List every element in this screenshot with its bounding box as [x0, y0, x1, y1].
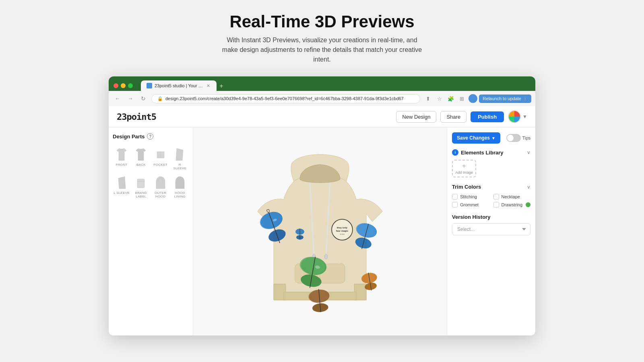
trim-options: Stitching Necktape Grommet Drawstri [452, 194, 530, 208]
active-tab[interactable]: 23point5 studio | Your Fashio... ✕ [141, 80, 217, 91]
elements-collapse-icon: ∨ [527, 150, 530, 155]
avatar-area[interactable]: ▼ [508, 110, 527, 123]
relaunch-dropdown-icon: ⋮ [523, 96, 527, 101]
necktape-label: Necktape [502, 194, 520, 199]
relaunch-label: Relaunch to update [483, 96, 521, 101]
part-rsleeve-label: R SLEEVE [172, 163, 188, 170]
save-changes-bar: Save Changes ▼ Tips [452, 132, 530, 144]
app-content: 23point5 New Design Share Publish ▼ Desi… [109, 106, 535, 335]
tips-toggle[interactable]: Tips [506, 134, 530, 142]
lock-icon: 🔒 [157, 96, 163, 101]
browser-chrome: 23point5 studio | Your Fashio... ✕ + ← →… [109, 76, 535, 106]
drawstring-checkbox[interactable] [493, 202, 499, 208]
bookmark-icon[interactable]: ☆ [435, 94, 444, 103]
part-front[interactable]: FRONT [113, 145, 130, 172]
version-history-title: Version History [452, 214, 530, 220]
nav-right-actions: ⬆ ☆ 🧩 ⊞ Relaunch to update ⋮ [423, 94, 531, 103]
hoodie-preview: they only fear magic ★★★ [252, 151, 388, 312]
part-brandlabel-label: BRAND LABEL [133, 191, 149, 198]
avatar-dropdown-icon: ▼ [522, 114, 527, 119]
help-icon[interactable]: ? [147, 133, 153, 140]
back-button[interactable]: ← [113, 94, 122, 103]
grommet-checkbox[interactable] [452, 202, 458, 208]
trim-drawstring: Drawstring [493, 202, 531, 208]
trim-grommet: Grommet [452, 202, 489, 208]
part-outerhood-label: OUTER HOOD [153, 191, 169, 198]
trim-stitching: Stitching [452, 194, 489, 200]
canvas-area: they only fear magic ★★★ [193, 128, 447, 335]
design-parts-header: Design Parts ? [113, 133, 189, 140]
tab-bar: 23point5 studio | Your Fashio... ✕ + [141, 80, 522, 91]
necktape-checkbox[interactable] [493, 194, 499, 200]
save-dropdown-icon: ▼ [491, 136, 495, 140]
stitching-label: Stitching [460, 194, 477, 199]
share-button[interactable]: Share [440, 111, 466, 123]
trim-colors-collapse-icon: ∨ [527, 184, 530, 190]
part-back[interactable]: BACK [132, 145, 150, 172]
svg-text:they only: they only [337, 226, 348, 229]
grommet-label: Grommet [460, 202, 479, 207]
toggle-track[interactable] [506, 134, 521, 142]
browser-window: 23point5 studio | Your Fashio... ✕ + ← →… [109, 76, 535, 335]
elements-library-section: i Elements Library ∨ + Add Image [452, 149, 530, 177]
part-lsleeve-label: L SLEEVE [114, 191, 130, 195]
svg-point-6 [324, 254, 328, 259]
toggle-thumb [507, 135, 514, 141]
browser-nav: ← → ↻ 🔒 design.23point5.com/create/a30d3… [109, 91, 535, 106]
reload-button[interactable]: ↻ [138, 94, 148, 103]
part-hoodlining[interactable]: HOOD LINING [171, 173, 189, 200]
part-pocket[interactable]: POCKET [152, 145, 169, 172]
part-rsleeve[interactable]: R SLEEVE [171, 145, 189, 172]
version-select[interactable]: Select... [452, 223, 530, 235]
part-front-label: FRONT [116, 163, 128, 167]
svg-text:fear magic: fear magic [336, 230, 349, 232]
new-tab-button[interactable]: + [217, 81, 226, 91]
stitching-checkbox[interactable] [452, 194, 458, 200]
plus-icon: + [462, 162, 466, 170]
profile-icon[interactable] [469, 94, 477, 103]
extensions-icon[interactable]: 🧩 [446, 94, 456, 103]
part-lsleeve[interactable]: L SLEEVE [113, 173, 130, 200]
trim-colors-section: Trim Colors ∨ Stitching Necktape [452, 184, 530, 208]
svg-text:★★★: ★★★ [340, 233, 345, 235]
part-pocket-label: POCKET [153, 163, 167, 167]
minimize-traffic-light[interactable] [121, 83, 126, 88]
page-title: Real-Time 3D Previews [229, 12, 414, 31]
save-changes-button[interactable]: Save Changes ▼ [452, 132, 500, 144]
share-nav-icon[interactable]: ⬆ [423, 94, 433, 103]
left-sidebar: Design Parts ? FRONT [109, 128, 193, 335]
relaunch-button[interactable]: Relaunch to update ⋮ [479, 95, 531, 103]
elements-library-header[interactable]: i Elements Library ∨ [452, 149, 530, 156]
address-bar[interactable]: 🔒 design.23point5.com/create/a30d39e4-9e… [151, 94, 420, 103]
trim-necktape: Necktape [493, 194, 531, 200]
forward-button[interactable]: → [126, 94, 135, 103]
tab-title: 23point5 studio | Your Fashio... [155, 83, 203, 88]
trim-colors-header[interactable]: Trim Colors ∨ [452, 184, 530, 190]
version-history-section: Version History Select... [452, 214, 530, 235]
part-brandlabel[interactable]: BRAND LABEL [132, 173, 150, 200]
tips-label: Tips [522, 136, 530, 140]
page-subtitle: With Instant 3D Previews, visualize your… [221, 35, 423, 64]
app-header: 23point5 New Design Share Publish ▼ [109, 106, 535, 128]
drawstring-color-dot [526, 202, 530, 207]
elements-info-icon: i [452, 149, 458, 156]
new-design-button[interactable]: New Design [396, 111, 436, 123]
publish-button[interactable]: Publish [471, 111, 504, 122]
maximize-traffic-light[interactable] [128, 83, 133, 88]
add-image-button[interactable]: + Add Image [452, 160, 476, 177]
main-layout: Design Parts ? FRONT [109, 128, 535, 335]
svg-rect-0 [137, 179, 144, 188]
tab-favicon [147, 83, 152, 88]
part-outerhood[interactable]: OUTER HOOD [152, 173, 169, 200]
save-changes-label: Save Changes [457, 135, 490, 141]
traffic-lights [114, 83, 133, 88]
tab-close-button[interactable]: ✕ [205, 83, 211, 88]
part-back-label: BACK [136, 163, 146, 167]
elements-library-title: i Elements Library [452, 149, 504, 156]
add-image-label: Add Image [455, 171, 473, 175]
grid-icon[interactable]: ⊞ [457, 94, 467, 103]
avatar [508, 110, 521, 123]
design-parts-grid: FRONT BACK [113, 145, 189, 200]
close-traffic-light[interactable] [114, 83, 118, 88]
drawstring-label: Drawstring [502, 202, 523, 207]
